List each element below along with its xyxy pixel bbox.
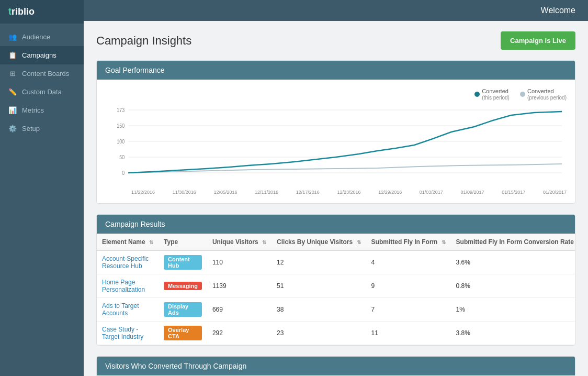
main-area: Welcome Campaign Insights Campaign is Li… xyxy=(84,0,588,376)
col-submitted[interactable]: Submitted Fly In Form ⇅ xyxy=(366,234,451,251)
legend-prev-dot xyxy=(520,92,525,97)
visitors-section: Visitors Who Converted Through Campaign … xyxy=(96,356,575,376)
cell-clicks: 38 xyxy=(272,298,366,322)
goal-chart-svg: 173 150 100 50 0 xyxy=(105,105,567,189)
x-label-2: 12/05/2016 xyxy=(213,190,237,195)
type-badge: Display Ads xyxy=(164,302,202,317)
x-label-3: 12/11/2016 xyxy=(255,190,278,195)
x-label-10: 01/20/2017 xyxy=(543,190,567,195)
x-label-8: 01/09/2017 xyxy=(461,190,484,195)
sidebar-item-audience[interactable]: 👥 Audience xyxy=(0,28,84,46)
col-element-name[interactable]: Element Name ⇅ xyxy=(97,234,159,251)
sidebar-item-label: Metrics xyxy=(22,106,44,114)
sort-unique-visitors[interactable]: ⇅ xyxy=(262,239,266,245)
legend-prev: Converted (previous period) xyxy=(520,88,567,101)
campaign-results-body: Element Name ⇅ Type Unique Visitors ⇅ xyxy=(97,234,575,345)
content-area: Campaign Insights Campaign is Live Goal … xyxy=(84,21,588,376)
results-table: Element Name ⇅ Type Unique Visitors ⇅ xyxy=(97,234,575,345)
sidebar: triblio 👥 Audience 📋 Campaigns ⊞ Content… xyxy=(0,0,84,376)
sidebar-item-label: Campaigns xyxy=(22,51,56,59)
col-conversion-rate[interactable]: Submitted Fly In Form Conversion Rate ⇅ xyxy=(451,234,575,251)
sidebar-item-metrics[interactable]: 📊 Metrics xyxy=(0,101,84,119)
page-header: Campaign Insights Campaign is Live xyxy=(96,31,575,50)
chart-container: 173 150 100 50 0 11/22/2016 11/30/2016 xyxy=(105,105,567,195)
sidebar-item-label: Audience xyxy=(22,33,50,41)
goal-performance-section: Goal Performance Converted (this period) xyxy=(96,60,575,204)
setup-icon: ⚙️ xyxy=(8,125,17,132)
cell-conversion-rate: 1% xyxy=(451,298,575,322)
legend-prev-label: Converted (previous period) xyxy=(527,88,567,101)
cell-clicks: 51 xyxy=(272,274,366,298)
metrics-icon: 📊 xyxy=(8,106,17,114)
content-boards-icon: ⊞ xyxy=(8,70,17,78)
cell-element-name: Account-Specific Resource Hub xyxy=(97,250,159,274)
element-name-link[interactable]: Home Page Personalization xyxy=(102,279,145,293)
page-title: Campaign Insights xyxy=(96,34,191,48)
current-period-line xyxy=(128,112,562,173)
sidebar-item-label: Content Boards xyxy=(22,70,69,78)
table-row: Home Page Personalization Messaging 1139… xyxy=(97,274,575,298)
element-name-link[interactable]: Ads to Target Accounts xyxy=(102,302,139,317)
cell-unique-visitors: 669 xyxy=(207,298,272,322)
sidebar-item-label: Custom Data xyxy=(22,88,62,96)
cell-element-name: Home Page Personalization xyxy=(97,274,159,298)
element-name-link[interactable]: Account-Specific Resource Hub xyxy=(102,255,149,270)
visitors-header: Visitors Who Converted Through Campaign xyxy=(97,357,575,375)
x-label-4: 12/17/2016 xyxy=(296,190,320,195)
sort-element-name[interactable]: ⇅ xyxy=(149,239,153,245)
col-type[interactable]: Type xyxy=(159,234,207,251)
legend-current-dot xyxy=(474,92,480,97)
svg-text:100: 100 xyxy=(117,138,125,145)
campaign-live-button[interactable]: Campaign is Live xyxy=(501,31,575,50)
welcome-text: Welcome xyxy=(541,6,575,15)
table-row: Account-Specific Resource Hub Content Hu… xyxy=(97,250,575,274)
top-header: Welcome xyxy=(84,0,588,21)
cell-submitted: 7 xyxy=(366,298,451,322)
cell-element-name: Ads to Target Accounts xyxy=(97,298,159,322)
type-badge: Content Hub xyxy=(164,255,202,270)
sidebar-item-setup[interactable]: ⚙️ Setup xyxy=(0,119,84,138)
campaign-results-header: Campaign Results xyxy=(97,215,575,234)
goal-performance-header: Goal Performance xyxy=(97,61,575,80)
x-label-1: 11/30/2016 xyxy=(173,190,196,195)
cell-unique-visitors: 292 xyxy=(207,322,272,345)
cell-type: Messaging xyxy=(159,274,207,298)
table-row: Ads to Target Accounts Display Ads 669 3… xyxy=(97,298,575,322)
element-name-link[interactable]: Case Study - Target Industry xyxy=(102,326,143,340)
sidebar-nav: 👥 Audience 📋 Campaigns ⊞ Content Boards … xyxy=(0,28,84,138)
table-row: Case Study - Target Industry Overlay CTA… xyxy=(97,322,575,345)
cell-conversion-rate: 3.6% xyxy=(451,250,575,274)
x-label-5: 12/23/2016 xyxy=(337,190,360,195)
sort-submitted[interactable]: ⇅ xyxy=(442,239,446,245)
sidebar-item-custom-data[interactable]: ✏️ Custom Data xyxy=(0,83,84,101)
cell-unique-visitors: 1139 xyxy=(207,274,272,298)
col-unique-visitors[interactable]: Unique Visitors ⇅ xyxy=(207,234,272,251)
cell-unique-visitors: 110 xyxy=(207,250,272,274)
svg-text:0: 0 xyxy=(122,170,125,176)
legend-current: Converted (this period) xyxy=(474,88,510,101)
svg-text:50: 50 xyxy=(119,154,125,160)
cell-type: Content Hub xyxy=(159,250,207,274)
sidebar-item-content-boards[interactable]: ⊞ Content Boards xyxy=(0,64,84,83)
audience-icon: 👥 xyxy=(8,33,17,41)
sidebar-item-label: Setup xyxy=(22,125,40,132)
cell-submitted: 11 xyxy=(366,322,451,345)
cell-type: Overlay CTA xyxy=(159,322,207,345)
type-badge: Overlay CTA xyxy=(164,326,202,340)
legend-current-label: Converted (this period) xyxy=(482,88,510,101)
x-axis-labels: 11/22/2016 11/30/2016 12/05/2016 12/11/2… xyxy=(105,190,567,195)
sidebar-item-campaigns[interactable]: 📋 Campaigns xyxy=(0,46,84,64)
cell-submitted: 9 xyxy=(366,274,451,298)
svg-text:173: 173 xyxy=(117,107,125,113)
custom-data-icon: ✏️ xyxy=(8,88,17,96)
x-label-0: 11/22/2016 xyxy=(131,190,155,195)
sort-clicks[interactable]: ⇅ xyxy=(357,239,361,245)
cell-type: Display Ads xyxy=(159,298,207,322)
x-label-9: 01/15/2017 xyxy=(502,190,525,195)
campaigns-icon: 📋 xyxy=(8,51,17,59)
cell-submitted: 4 xyxy=(366,250,451,274)
svg-text:150: 150 xyxy=(117,123,125,129)
goal-performance-body: Converted (this period) Converted (previ… xyxy=(97,80,575,203)
col-clicks[interactable]: Clicks By Unique Visitors ⇅ xyxy=(272,234,366,251)
logo-area: triblio xyxy=(0,0,84,24)
